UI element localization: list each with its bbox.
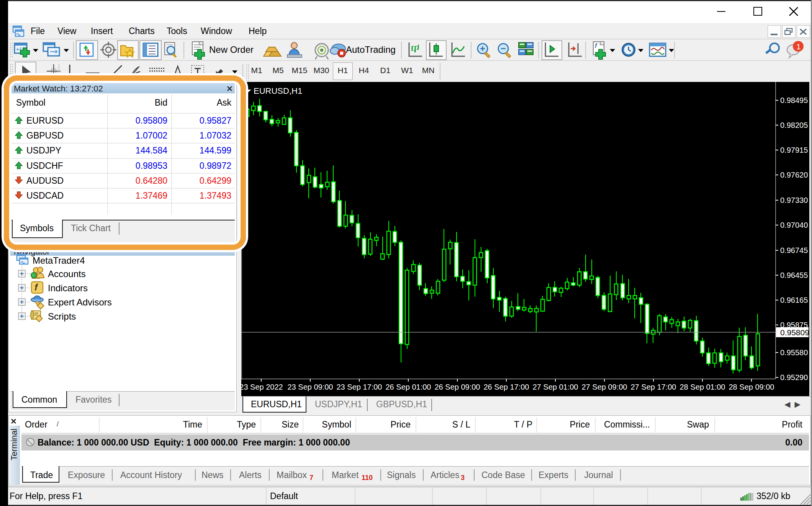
svg-text:26 Sep 17:00: 26 Sep 17:00 xyxy=(484,383,529,391)
svg-text:0.98205: 0.98205 xyxy=(780,121,808,129)
svg-text:0.95580: 0.95580 xyxy=(780,348,808,357)
svg-text:0.97330: 0.97330 xyxy=(780,196,808,204)
svg-text:Expert Advisors: Expert Advisors xyxy=(48,297,112,307)
svg-text:28 Sep 01:00: 28 Sep 01:00 xyxy=(680,383,725,391)
svg-text:AutoTrading: AutoTrading xyxy=(346,44,396,55)
svg-text:New Order: New Order xyxy=(209,44,254,55)
svg-text:0.96165: 0.96165 xyxy=(780,296,808,304)
svg-text:0.98495: 0.98495 xyxy=(780,96,808,104)
svg-text:27 Sep 09:00: 27 Sep 09:00 xyxy=(582,383,627,391)
svg-text:26 Sep 01:00: 26 Sep 01:00 xyxy=(386,383,431,391)
svg-text:Indicators: Indicators xyxy=(48,283,88,293)
svg-text:0.97915: 0.97915 xyxy=(780,146,808,154)
svg-text:MetaTrader4: MetaTrader4 xyxy=(33,255,85,266)
svg-text:0.95809: 0.95809 xyxy=(780,328,809,337)
svg-text:0.96745: 0.96745 xyxy=(780,246,808,255)
svg-text:0.96455: 0.96455 xyxy=(780,271,808,279)
svg-text:EURUSD,H1: EURUSD,H1 xyxy=(254,86,302,96)
svg-text:0.95290: 0.95290 xyxy=(780,373,808,382)
svg-text:0.97040: 0.97040 xyxy=(780,221,808,229)
svg-text:0.97620: 0.97620 xyxy=(780,171,808,179)
svg-text:Accounts: Accounts xyxy=(48,269,86,279)
svg-text:Scripts: Scripts xyxy=(48,311,76,322)
svg-text:1: 1 xyxy=(796,42,801,51)
svg-text:23 Sep 17:00: 23 Sep 17:00 xyxy=(337,383,382,391)
svg-text:23 Sep 09:00: 23 Sep 09:00 xyxy=(288,383,333,391)
svg-text:27 Sep 17:00: 27 Sep 17:00 xyxy=(631,383,676,391)
svg-text:23 Sep 2022: 23 Sep 2022 xyxy=(241,383,283,391)
svg-text:28 Sep 09:00: 28 Sep 09:00 xyxy=(729,383,774,391)
svg-text:27 Sep 01:00: 27 Sep 01:00 xyxy=(533,383,578,391)
svg-text:26 Sep 09:00: 26 Sep 09:00 xyxy=(435,383,480,391)
